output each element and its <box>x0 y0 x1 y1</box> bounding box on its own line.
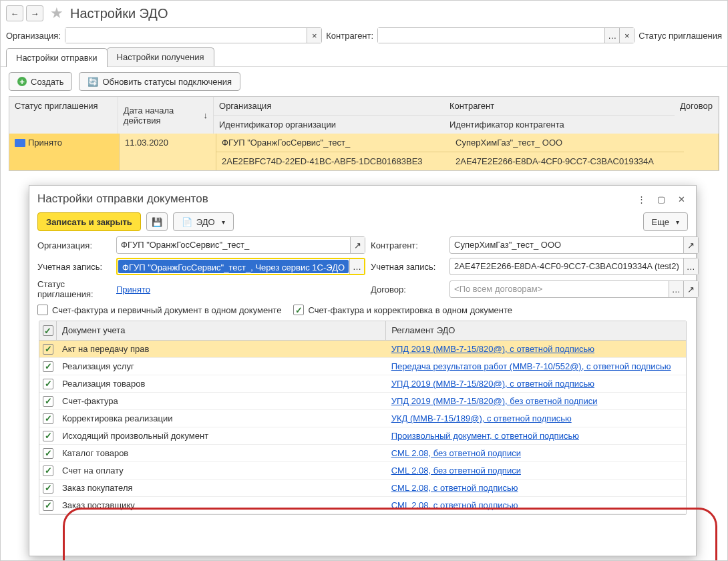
sf-corr-label: Счет-фактура и корректировка в одном док… <box>308 305 512 315</box>
row-reg-link[interactable]: УПД 2019 (ММВ-7-15/820@), с ответной под… <box>391 379 594 389</box>
form-org-label: Организация: <box>37 240 111 250</box>
org-filter-clear[interactable]: × <box>307 28 321 43</box>
refresh-icon: 🔄 <box>87 77 98 87</box>
row-status: Принято <box>28 138 62 148</box>
col-dog[interactable]: Договор <box>675 97 719 134</box>
edo-dropdown[interactable]: 📄ЭДО▾ <box>173 212 234 231</box>
form-dog-input[interactable]: <По всем договорам>…↗ <box>449 280 699 298</box>
create-button-label: Создать <box>31 77 63 87</box>
row-reg-link[interactable]: CML 2.08, с ответной подписью <box>391 483 518 493</box>
row-reg-link[interactable]: Произвольный документ, с ответной подпис… <box>391 431 579 441</box>
col-doc[interactable]: Документ учета <box>57 321 386 340</box>
row-checkbox[interactable] <box>43 465 53 476</box>
table-row[interactable]: Заказ покупателяCML 2.08, с ответной под… <box>39 480 686 497</box>
org-filter-input[interactable] <box>65 28 307 43</box>
row-date: 11.03.2020 <box>120 134 216 170</box>
table-row[interactable]: Каталог товаровCML 2.08, без ответной по… <box>39 445 686 462</box>
table-row[interactable]: Счет-фактураУПД 2019 (ММВ-7-15/820@), бе… <box>39 393 686 410</box>
tab-receive[interactable]: Настройки получения <box>107 47 214 66</box>
form-dog-label: Договор: <box>371 285 444 295</box>
sf-onedoc-checkbox[interactable] <box>37 305 48 315</box>
dialog-menu-icon[interactable]: ⋮ <box>634 192 648 206</box>
row-reg-link[interactable]: CML 2.08, без ответной подписи <box>391 465 521 476</box>
sf-onedoc-label: Счет-фактура и первичный документ в одно… <box>52 305 281 315</box>
chevron-down-icon: ▾ <box>222 218 225 226</box>
col-date[interactable]: Дата начала действия↓ <box>118 97 214 134</box>
nav-forward-button[interactable]: → <box>26 5 43 21</box>
row-reg-link[interactable]: CML 2.08, с ответной подписью <box>391 500 518 510</box>
row-reg-link[interactable]: Передача результатов работ (ММВ-7-10/552… <box>391 361 671 371</box>
table-row[interactable]: Реализация услугПередача результатов раб… <box>39 358 686 375</box>
create-button[interactable]: + Создать <box>9 72 72 91</box>
status-filter-label: Статус приглaшения <box>639 31 722 41</box>
select-all-checkbox[interactable] <box>43 325 53 336</box>
nav-back-button[interactable]: ← <box>6 5 23 21</box>
col-cp[interactable]: Контрагент <box>444 97 675 116</box>
row-checkbox[interactable] <box>43 344 53 355</box>
row-checkbox[interactable] <box>43 413 53 424</box>
row-checkbox[interactable] <box>43 448 53 459</box>
cp-filter-ellipsis[interactable]: … <box>604 28 619 43</box>
row-reg-link[interactable]: УКД (ММВ-7-15/189@), с ответной подписью <box>391 413 572 423</box>
save-button[interactable]: 💾 <box>146 212 168 231</box>
row-checkbox[interactable] <box>43 361 53 372</box>
row-reg-link[interactable]: CML 2.08, без ответной подписи <box>391 448 521 458</box>
form-acct-input[interactable]: ФГУП "ОранжГосСервис"_тест_, Через серви… <box>116 258 365 275</box>
table-row[interactable]: Заказ поставщикуCML 2.08, с ответной под… <box>39 497 686 514</box>
row-checkbox[interactable] <box>43 431 53 441</box>
envelope-icon <box>15 139 25 147</box>
row-checkbox[interactable] <box>43 379 53 389</box>
ellipsis-icon[interactable]: … <box>349 259 364 274</box>
tab-send[interactable]: Настройки отправки <box>6 48 108 67</box>
row-doc: Счет-фактура <box>57 393 386 409</box>
open-icon[interactable]: ↗ <box>683 237 698 253</box>
form-status-link[interactable]: Принято <box>116 285 150 295</box>
form-status-label: Статус приглашения: <box>37 279 111 299</box>
ellipsis-icon[interactable]: … <box>669 281 683 297</box>
row-doc: Акт на передачу прав <box>57 341 386 357</box>
refresh-status-button[interactable]: 🔄 Обновить статусы подключения <box>79 72 240 91</box>
row-doc: Счет на оплату <box>57 462 386 479</box>
form-org-input[interactable]: ФГУП "ОранжГосСервис"_тест_↗ <box>116 236 365 254</box>
row-checkbox[interactable] <box>43 396 53 407</box>
sf-corr-checkbox[interactable] <box>293 305 304 315</box>
table-row[interactable]: Корректировка реализацииУКД (ММВ-7-15/18… <box>39 410 686 427</box>
row-doc: Реализация товаров <box>57 375 386 392</box>
row-doc: Заказ покупателя <box>57 480 386 496</box>
save-and-close-button[interactable]: Записать и закрыть <box>37 212 141 231</box>
dialog-maximize-icon[interactable]: ▢ <box>655 192 668 206</box>
row-checkbox[interactable] <box>43 483 53 494</box>
table-row[interactable]: Счет на оплатуCML 2.08, без ответной под… <box>39 462 686 480</box>
form-cp-acct-input[interactable]: 2AE47E2E266-E8DA-4CF0-9CC7-C3BAC019334A … <box>449 258 699 275</box>
row-reg-link[interactable]: УПД 2019 (ММВ-7-15/820@), без ответной п… <box>391 396 598 406</box>
row-checkbox[interactable] <box>43 500 53 511</box>
col-status[interactable]: Статус приглашения <box>9 97 118 134</box>
ellipsis-icon[interactable]: … <box>683 258 698 274</box>
highlight-annotation <box>63 508 717 561</box>
row-doc: Каталог товаров <box>57 445 386 461</box>
row-org-id: 2AE2EBFC74D-22ED-41BC-ABF5-1DCB01683BE3 <box>216 152 450 170</box>
more-dropdown[interactable]: Еще▾ <box>643 212 688 231</box>
grid-row[interactable]: Принято 11.03.2020 ФГУП "ОранжГосСервис"… <box>9 134 719 170</box>
chevron-down-icon: ▾ <box>676 218 679 226</box>
col-org[interactable]: Организация <box>214 97 444 116</box>
cp-filter-label: Контрагент: <box>326 31 373 41</box>
row-cp-id: 2AE47E2E266-E8DA-4CF0-9CC7-C3BAC019334A <box>450 152 684 170</box>
table-row[interactable]: Исходящий произвольный документПроизволь… <box>39 427 686 445</box>
row-reg-link[interactable]: УПД 2019 (ММВ-7-15/820@), с ответной под… <box>391 344 594 354</box>
col-cp-id[interactable]: Идентификатор контрагента <box>444 116 675 134</box>
favorite-star-icon[interactable]: ★ <box>50 5 63 22</box>
sort-arrow-icon: ↓ <box>204 110 208 120</box>
row-doc: Исходящий произвольный документ <box>57 427 386 444</box>
cp-filter-clear[interactable]: × <box>619 28 634 43</box>
col-reg[interactable]: Регламент ЭДО <box>386 321 686 340</box>
table-row[interactable]: Реализация товаровУПД 2019 (ММВ-7-15/820… <box>39 375 686 393</box>
row-org: ФГУП "ОранжГосСервис"_тест_ <box>216 134 450 152</box>
form-cp-input[interactable]: СуперХимГаз"_тест_ ООО↗ <box>449 236 699 254</box>
dialog-close-icon[interactable]: ✕ <box>675 192 688 206</box>
open-icon[interactable]: ↗ <box>683 281 698 297</box>
table-row[interactable]: Акт на передачу правУПД 2019 (ММВ-7-15/8… <box>39 341 686 358</box>
col-org-id[interactable]: Идентификатор организации <box>214 116 444 134</box>
cp-filter-input[interactable] <box>378 28 604 43</box>
open-icon[interactable]: ↗ <box>350 237 365 253</box>
